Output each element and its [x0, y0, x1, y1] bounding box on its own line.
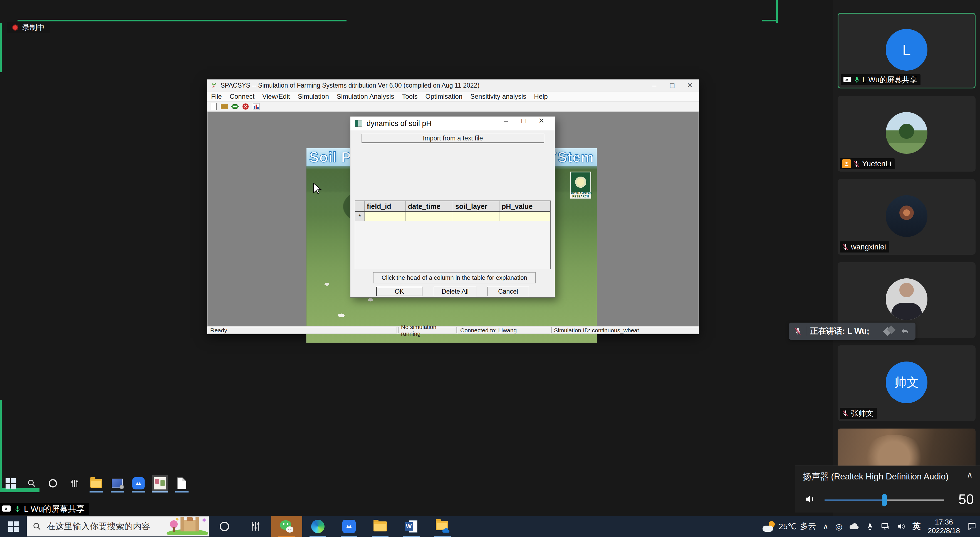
mini-task-view-icon[interactable] [68, 477, 81, 489]
run-icon[interactable] [231, 103, 239, 110]
tray-mic-icon[interactable] [863, 516, 877, 537]
menu-file[interactable]: File [207, 92, 226, 100]
row-selector[interactable]: * [355, 212, 364, 221]
dialog-titlebar[interactable]: dynamics of soil pH – □ ✕ [350, 116, 555, 130]
weather-icon [762, 521, 775, 532]
new-file-icon[interactable] [210, 103, 218, 110]
participant-tile-zhangshuaiwen[interactable]: 帅文 张帅文 [838, 345, 975, 421]
mini-meeting-icon[interactable] [132, 477, 145, 489]
share-label-text: L Wu的屏幕共享 [24, 504, 84, 515]
clock-time: 17:36 [928, 518, 960, 526]
mini-start-button[interactable] [5, 477, 17, 489]
tray-cortana-icon[interactable]: ◎ [832, 516, 846, 537]
reply-arrow-icon[interactable] [899, 326, 910, 336]
task-view-button[interactable] [240, 516, 271, 537]
taskbar-meeting[interactable] [333, 516, 364, 537]
avatar-photo [886, 195, 928, 237]
mini-system-icon[interactable] [111, 477, 124, 489]
open-file-icon[interactable] [221, 103, 228, 110]
participant-tile-lwu-share[interactable]: L L Wu的屏幕共享 [838, 13, 975, 89]
column-header-field-id[interactable]: field_id [364, 201, 406, 211]
dialog-minimize-button[interactable]: – [497, 116, 515, 130]
tray-speaker-icon[interactable] [894, 516, 909, 537]
status-ready: Ready [208, 327, 397, 334]
cell-field-id[interactable] [364, 212, 406, 221]
input-language-indicator[interactable]: 英 [909, 516, 924, 537]
cortana-icon [220, 522, 229, 531]
menu-help[interactable]: Help [530, 92, 552, 100]
person-badge-icon [842, 159, 851, 168]
mini-document-icon[interactable] [176, 477, 188, 489]
cell-ph-value[interactable] [500, 212, 550, 221]
dialog-close-button[interactable]: ✕ [533, 116, 550, 130]
menu-connect[interactable]: Connect [226, 92, 258, 100]
column-header-soil-layer[interactable]: soil_layer [453, 201, 500, 211]
taskbar-wechat[interactable] [271, 516, 302, 537]
mini-search-icon[interactable] [25, 477, 38, 489]
menu-view-edit[interactable]: View/Edit [258, 92, 294, 100]
menu-simulation[interactable]: Simulation [294, 92, 333, 100]
mini-file-explorer-icon[interactable] [90, 477, 102, 489]
weather-widget[interactable]: 25℃ 多云 [759, 516, 819, 537]
mini-active-app-icon[interactable] [152, 475, 168, 492]
participant-tile-wangxinlei[interactable]: wangxinlei [838, 179, 975, 255]
participant-tile-yuefenli[interactable]: YuefenLi [838, 96, 975, 172]
speaker-icon[interactable] [803, 493, 817, 505]
avatar: 帅文 [886, 362, 928, 403]
taskbar-onedrive-folder[interactable] [427, 516, 458, 537]
weather-condition: 多云 [800, 521, 816, 532]
taskbar-word[interactable]: W [396, 516, 427, 537]
soil-ph-dialog: dynamics of soil pH – □ ✕ Import from a … [350, 116, 555, 297]
close-button[interactable]: ✕ [681, 79, 699, 91]
tray-chevron-up[interactable]: ∧ [819, 516, 832, 537]
tray-onedrive-icon[interactable] [846, 516, 863, 537]
recording-label: 录制中 [22, 22, 45, 33]
menu-simulation-analysis[interactable]: Simulation Analysis [333, 92, 398, 100]
minimize-button[interactable]: – [646, 79, 663, 91]
dialog-maximize-button[interactable]: □ [515, 116, 533, 130]
delete-all-button[interactable]: Delete All [434, 287, 476, 296]
speaking-indicator-bar: 正在讲话: L Wu; [789, 323, 915, 340]
speaking-text: 正在讲话: L Wu; [810, 326, 869, 337]
tray-network-icon[interactable] [877, 516, 894, 537]
ok-button[interactable]: OK [376, 287, 422, 296]
volume-slider-thumb[interactable] [882, 494, 887, 507]
taskbar-file-explorer[interactable] [364, 516, 396, 537]
mini-cortana-icon[interactable] [47, 477, 59, 489]
cell-soil-layer[interactable] [453, 212, 500, 221]
mic-muted-icon[interactable] [794, 327, 802, 336]
spacsys-titlebar[interactable]: SPACSYS -- Simulation of Farming Systems… [207, 79, 699, 91]
menu-sensitivity-analysis[interactable]: Sensitivity analysis [466, 92, 530, 100]
app-window-icon[interactable] [885, 326, 896, 336]
search-box[interactable]: 在这里输入你要搜索的内容 [27, 516, 209, 537]
cell-date-time[interactable] [406, 212, 453, 221]
shared-screen-area: 录制中 SPACSYS -- Simulation of Farming Sys… [0, 0, 833, 516]
action-center-icon[interactable] [964, 516, 980, 537]
chart-icon[interactable] [252, 103, 260, 110]
column-header-ph-value[interactable]: pH_value [500, 201, 550, 211]
mic-on-icon [853, 76, 860, 84]
audio-device-label[interactable]: 扬声器 (Realtek High Definition Audio) [803, 471, 948, 483]
search-icon [32, 522, 42, 531]
avatar: L [886, 29, 928, 71]
wechat-icon [280, 520, 293, 532]
volume-slider-fill [824, 499, 885, 501]
chevron-up-icon[interactable]: ∧ [967, 470, 973, 480]
volume-slider[interactable] [824, 499, 944, 501]
start-button[interactable] [0, 516, 27, 537]
cortana-button[interactable] [209, 516, 240, 537]
column-header-date-time[interactable]: date_time [406, 201, 453, 211]
running-indicator [175, 491, 189, 493]
participant-label: L Wu的屏幕共享 [841, 74, 921, 85]
share-border-top-right [762, 20, 778, 21]
taskbar-edge[interactable] [302, 516, 333, 537]
cancel-button[interactable]: Cancel [487, 287, 529, 296]
participant-name: L Wu的屏幕共享 [862, 75, 917, 85]
windows-logo-icon [8, 521, 19, 532]
import-text-file-button[interactable]: Import from a text file [361, 134, 544, 143]
menu-tools[interactable]: Tools [398, 92, 422, 100]
stop-icon[interactable]: ✕ [242, 103, 250, 110]
maximize-button[interactable]: □ [663, 79, 681, 91]
menu-optimisation[interactable]: Optimisation [422, 92, 466, 100]
taskbar-clock[interactable]: 17:36 2022/8/18 [924, 518, 964, 535]
